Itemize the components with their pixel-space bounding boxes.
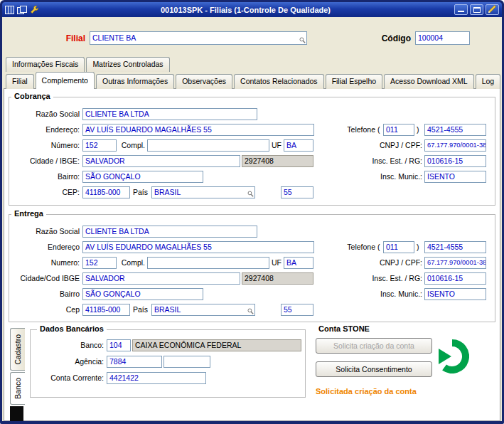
entrega-cnpj-label: CNPJ / CPF:: [327, 258, 422, 267]
entrega-cidade-label: Cidade/Cod IBGE: [6, 274, 80, 283]
entrega-endereco-field[interactable]: AV LUÍS EDUARDO MAGALHÃES 55: [82, 241, 314, 253]
lookup-icon[interactable]: [247, 308, 254, 314]
cobranca-insc-est-field[interactable]: 010616-15: [424, 155, 486, 167]
tab-informacoes-fiscais[interactable]: Informações Fiscais: [6, 57, 85, 72]
conta-corrente-label: Conta Corrente:: [31, 373, 104, 383]
cobranca-paren-open: (: [377, 125, 380, 134]
cobranca-bairro-label: Bairro:: [6, 172, 80, 181]
conta-stone-title: Conta STONE: [316, 324, 372, 333]
entrega-ddd-field[interactable]: 011: [383, 241, 414, 253]
tab-acesso-download-xml[interactable]: Acesso Download XML: [384, 74, 474, 89]
filial-field[interactable]: CLIENTE BA: [90, 31, 307, 45]
entrega-ibge-field: 2927408: [242, 272, 313, 285]
entrega-uf-label: UF: [271, 258, 282, 267]
entrega-pais-field[interactable]: BRASIL: [151, 304, 255, 316]
cobranca-ddi-field[interactable]: 55: [281, 186, 313, 198]
agencia-digito-field[interactable]: [163, 356, 210, 368]
entrega-insc-est-label: Insc. Est. / RG:: [327, 274, 422, 283]
entrega-cep-field[interactable]: 41185-000: [82, 304, 130, 316]
minimize-icon[interactable]: [454, 4, 468, 15]
cobranca-cnpj-field[interactable]: 67.177.970/0001-38: [424, 139, 486, 152]
lookup-icon[interactable]: [299, 37, 306, 43]
cobranca-compl-field[interactable]: [147, 139, 269, 152]
cobranca-endereco-field[interactable]: AV LUÍS EDUARDO MAGALHÃES 55: [82, 124, 314, 136]
cascade-icon[interactable]: [17, 6, 27, 14]
entrega-pais-label: País: [133, 305, 150, 314]
tab-contatos-relacionados[interactable]: Contatos Relacionados: [234, 74, 324, 89]
solicita-consentimento-button[interactable]: Solicita Consentimento: [316, 361, 432, 377]
app-window: 001013SPK - Filiais (1-Controle De Quali…: [0, 0, 504, 424]
cobranca-pais-field[interactable]: BRASIL: [151, 186, 255, 198]
cobranca-bairro-field[interactable]: SÃO GONÇALO: [82, 171, 203, 183]
entrega-numero-label: Numero:: [6, 258, 80, 267]
filial-label: Filial: [28, 33, 85, 44]
tab-filial-espelho[interactable]: Filial Espelho: [326, 74, 382, 89]
titlebar-icons: [5, 5, 39, 14]
cobranca-cep-field[interactable]: 41185-000: [82, 186, 130, 198]
pencil-icon[interactable]: [486, 4, 499, 15]
lookup-icon[interactable]: [247, 191, 254, 197]
entrega-insc-est-field[interactable]: 010616-15: [424, 272, 486, 285]
side-tab-cadastro[interactable]: Cadastro: [10, 328, 25, 371]
cobranca-numero-field[interactable]: 152: [82, 139, 117, 152]
entrega-fone-field[interactable]: 4521-4555: [424, 241, 486, 253]
cobranca-group-title: Cobrança: [11, 92, 53, 100]
tab-matrizes-controladas[interactable]: Matrizes Controladas: [86, 57, 169, 72]
entrega-group-title: Entrega: [11, 209, 46, 218]
entrega-bairro-field[interactable]: SÃO GONÇALO: [82, 288, 203, 300]
entrega-insc-munic-field[interactable]: ISENTO: [424, 288, 486, 300]
cobranca-fone-field[interactable]: 4521-4555: [424, 124, 486, 136]
entrega-compl-field[interactable]: [147, 257, 269, 269]
banco-codigo-field[interactable]: 104: [107, 339, 131, 351]
window-icon[interactable]: [5, 6, 14, 14]
banco-nome-field: CAIXA ECONÔMICA FEDERAL: [132, 339, 301, 351]
entrega-ddi-field[interactable]: 55: [281, 304, 313, 316]
agencia-field[interactable]: 7884: [107, 356, 162, 368]
side-tab-banco[interactable]: Banco: [10, 372, 25, 405]
codigo-label: Código: [370, 33, 411, 44]
tab-row-lower: Filial Complemento Outras Informações Ob…: [6, 72, 502, 89]
conta-corrente-field[interactable]: 4421422: [107, 372, 206, 384]
entrega-endereco-label: Endereço: [6, 243, 80, 252]
cobranca-insc-munic-label: Insc. Munic.:: [327, 172, 422, 181]
cobranca-razao-social-field[interactable]: CLIENTE BA LTDA: [82, 108, 257, 120]
tab-filial[interactable]: Filial: [6, 74, 34, 89]
cobranca-uf-label: UF: [271, 141, 282, 150]
cobranca-razao-social-label: Razão Social: [6, 110, 80, 119]
entrega-cnpj-field[interactable]: 67.177.970/0001-38: [424, 257, 486, 269]
entrega-uf-field[interactable]: BA: [284, 257, 313, 269]
codigo-field[interactable]: 100004: [415, 31, 470, 45]
dados-bancarios-title: Dados Bancários: [37, 324, 107, 333]
cobranca-cidade-field[interactable]: SALVADOR: [82, 155, 240, 167]
tab-complemento[interactable]: Complemento: [36, 72, 95, 89]
side-tab-spacer-block: [10, 406, 23, 421]
cobranca-uf-field[interactable]: BA: [284, 139, 313, 152]
tab-log[interactable]: Log: [476, 74, 501, 89]
entrega-telefone-label: Telefone: [313, 243, 375, 252]
cobranca-endereco-label: Endereço:: [6, 125, 80, 134]
window-controls: [452, 4, 499, 15]
cobranca-insc-est-label: Insc. Est. / RG:: [327, 157, 422, 166]
entrega-cidade-field[interactable]: SALVADOR: [82, 272, 240, 285]
stone-status-text: Solicitada criação da conta: [316, 387, 417, 396]
entrega-compl-label: Compl.: [119, 258, 145, 267]
tab-outras-informacoes[interactable]: Outras Informações: [96, 74, 174, 89]
tab-observacoes[interactable]: Observações: [176, 74, 232, 89]
cobranca-insc-munic-field[interactable]: ISENTO: [424, 171, 486, 183]
titlebar[interactable]: 001013SPK - Filiais (1-Controle De Quali…: [2, 2, 502, 17]
agencia-label: Agência:: [31, 357, 104, 366]
entrega-numero-field[interactable]: 152: [82, 257, 117, 269]
maximize-icon[interactable]: [470, 4, 483, 15]
wrench-icon[interactable]: [30, 5, 39, 14]
entrega-insc-munic-label: Insc. Munic.:: [327, 290, 422, 299]
entrega-bairro-label: Bairro: [6, 290, 80, 299]
banco-label: Banco:: [31, 341, 104, 350]
entrega-razao-social-field[interactable]: CLIENTE BA LTDA: [82, 226, 257, 238]
tab-row-upper: Informações Fiscais Matrizes Controladas: [6, 57, 171, 72]
cobranca-cidade-label: Cidade / IBGE:: [6, 157, 80, 166]
cobranca-telefone-label: Telefone: [313, 125, 375, 134]
cobranca-numero-label: Número:: [6, 141, 80, 150]
solicita-criacao-button: Solicita criação da conta: [316, 338, 432, 354]
cobranca-ddd-field[interactable]: 011: [383, 124, 414, 136]
cobranca-compl-label: Compl.: [119, 141, 145, 150]
